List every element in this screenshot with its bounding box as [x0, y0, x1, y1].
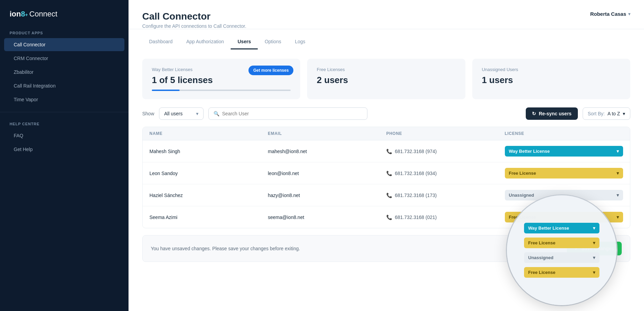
- zoomed-license-3[interactable]: Free License ▾: [524, 267, 599, 278]
- sidebar-item-label: Time Vapor: [14, 97, 38, 102]
- header-left: Call Connector Configure the API connect…: [142, 11, 246, 29]
- phone-number: 681.732.3168 (021): [395, 215, 437, 220]
- stat-value-free-licenses: 2 users: [317, 75, 455, 85]
- search-icon: 🔍: [214, 111, 219, 116]
- resync-button[interactable]: ↻ Re-sync users: [526, 107, 578, 120]
- phone-icon: 📞: [386, 149, 392, 154]
- sidebar-item-label: Call Rail Integration: [14, 83, 56, 89]
- show-select[interactable]: All users ▾: [159, 107, 204, 120]
- license-label: Unassigned: [528, 255, 554, 260]
- chevron-down-icon: ▾: [617, 149, 619, 154]
- tab-dashboard[interactable]: Dashboard: [142, 35, 180, 49]
- chevron-down-icon: ▾: [593, 240, 595, 245]
- page-title: Call Connector: [142, 11, 246, 22]
- page-header: Call Connector Configure the API connect…: [129, 0, 644, 29]
- license-label: Free License: [509, 171, 536, 176]
- product-apps-label: PRODUCT APPS: [0, 27, 129, 38]
- col-email: EMAIL: [268, 131, 387, 136]
- phone-number: 681.732.3168 (934): [395, 171, 437, 176]
- logo-connect: Connect: [29, 10, 57, 19]
- logo-8: 8: [21, 10, 25, 19]
- stat-label-unassigned: Unassigned Users: [482, 67, 621, 72]
- unsaved-changes-message: You have unsaved changes. Please save yo…: [151, 246, 300, 251]
- chevron-down-icon: ▾: [617, 171, 619, 176]
- table-row: Mahesh Singh mahesh@ion8.net 📞 681.732.3…: [143, 140, 630, 162]
- show-label: Show: [142, 111, 154, 116]
- table-row: Leon Sandoy leon@ion8.net 📞 681.732.3168…: [143, 162, 630, 184]
- cell-email: mahesh@ion8.net: [268, 149, 387, 154]
- stat-bar-fill: [152, 90, 180, 91]
- license-label: Free License: [528, 240, 556, 245]
- license-label: Way Better License: [528, 226, 569, 231]
- resync-label: Re-sync users: [539, 111, 572, 116]
- chevron-down-icon: ▾: [628, 12, 630, 16]
- show-selected: All users: [164, 111, 183, 116]
- sidebar-item-zbabilitor[interactable]: Zbabilitor: [4, 66, 124, 79]
- cell-phone: 📞 681.732.3168 (021): [386, 215, 505, 220]
- page-subtitle: Configure the API connections to Call Co…: [142, 23, 246, 29]
- table-header: NAME EMAIL PHONE LICENSE: [143, 127, 630, 140]
- sidebar-item-label: Call Connector: [14, 42, 46, 47]
- sidebar-item-label: FAQ: [14, 133, 23, 138]
- stat-label-free-licenses: Free Licenses: [317, 67, 455, 72]
- search-input[interactable]: [222, 111, 362, 116]
- license-label: Free License: [528, 270, 556, 275]
- sidebar-item-time-vapor[interactable]: Time Vapor: [4, 93, 124, 106]
- user-menu[interactable]: Roberta Casas ▾: [590, 11, 630, 17]
- stat-value-unassigned: 1 users: [482, 75, 621, 85]
- sidebar-item-faq[interactable]: FAQ: [4, 129, 124, 142]
- zoomed-license-2[interactable]: Unassigned ▾: [524, 252, 599, 263]
- phone-icon: 📞: [386, 171, 392, 176]
- stats-row: Way Better Licenses 1 of 5 licenses Get …: [142, 59, 630, 99]
- sidebar: ion8+ Connect PRODUCT APPS Call Connecto…: [0, 0, 129, 311]
- phone-icon: 📞: [386, 193, 392, 198]
- chevron-down-icon: ▾: [617, 193, 619, 198]
- search-box[interactable]: 🔍: [208, 107, 367, 120]
- zoom-overlay: Way Better License ▾ Free License ▾ Unas…: [507, 195, 617, 305]
- cell-email: seema@ion8.net: [268, 215, 387, 220]
- logo-ion: ion: [10, 10, 21, 19]
- sidebar-divider: [0, 112, 129, 112]
- sidebar-item-call-rail-integration[interactable]: Call Rail Integration: [4, 79, 124, 92]
- sidebar-item-label: Zbabilitor: [14, 69, 34, 75]
- zoomed-license-1[interactable]: Free License ▾: [524, 238, 599, 248]
- tab-bar: Dashboard App Authorization Users Option…: [129, 35, 644, 49]
- content-area: Way Better Licenses 1 of 5 licenses Get …: [129, 49, 644, 311]
- cell-name: Haziel Sánchez: [149, 193, 268, 198]
- tab-users[interactable]: Users: [231, 35, 258, 49]
- sidebar-item-label: Get Help: [14, 147, 33, 152]
- cell-email: leon@ion8.net: [268, 171, 387, 176]
- zoomed-license-0[interactable]: Way Better License ▾: [524, 223, 599, 233]
- sort-dropdown[interactable]: Sort By: A to Z ▾: [583, 107, 630, 120]
- stat-card-way-better: Way Better Licenses 1 of 5 licenses Get …: [142, 59, 300, 99]
- cell-phone: 📞 681.732.3168 (974): [386, 149, 505, 154]
- col-name: NAME: [149, 131, 268, 136]
- table-wrapper: NAME EMAIL PHONE LICENSE Mahesh Singh ma…: [142, 127, 630, 228]
- sidebar-item-crm-connector[interactable]: CRM Connector: [4, 52, 124, 65]
- phone-icon: 📞: [386, 215, 392, 220]
- tab-app-authorization[interactable]: App Authorization: [180, 35, 231, 49]
- main-content: Call Connector Configure the API connect…: [129, 0, 644, 311]
- controls-row: Show All users ▾ 🔍 ↻ Re-sync users Sort …: [142, 107, 630, 120]
- sidebar-item-get-help[interactable]: Get Help: [4, 143, 124, 156]
- stat-card-unassigned: Unassigned Users 1 users: [472, 59, 630, 99]
- logo-plus: +: [25, 12, 28, 18]
- chevron-down-icon: ▾: [593, 226, 595, 231]
- tab-options[interactable]: Options: [258, 35, 288, 49]
- cell-phone: 📞 681.732.3168 (173): [386, 193, 505, 198]
- get-more-licenses-button[interactable]: Get more licenses: [248, 66, 293, 75]
- user-name: Roberta Casas: [590, 11, 626, 17]
- stat-value-way-better: 1 of 5 licenses: [152, 75, 291, 85]
- chevron-down-icon: ▾: [593, 270, 595, 275]
- sort-selected: A to Z: [607, 111, 620, 116]
- sort-label: Sort By:: [588, 111, 605, 116]
- col-license: LICENSE: [505, 131, 623, 136]
- license-select-0[interactable]: Way Better License ▾: [505, 146, 623, 157]
- license-select-1[interactable]: Free License ▾: [505, 168, 623, 178]
- cell-name: Mahesh Singh: [149, 149, 268, 154]
- phone-number: 681.732.3168 (974): [395, 149, 437, 154]
- stat-card-free-licenses: Free Licenses 2 users: [307, 59, 465, 99]
- sidebar-item-call-connector[interactable]: Call Connector: [4, 38, 124, 51]
- tab-logs[interactable]: Logs: [288, 35, 312, 49]
- chevron-down-icon: ▾: [623, 111, 625, 116]
